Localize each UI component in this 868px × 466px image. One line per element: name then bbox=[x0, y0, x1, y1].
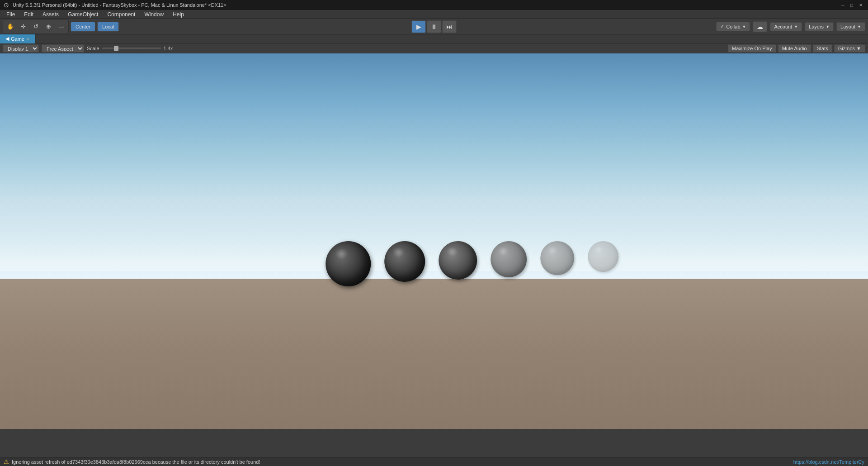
mute-audio-button[interactable]: Mute Audio bbox=[778, 44, 811, 52]
status-bar: ⚠ Ignoring asset refresh of ed7343f30e38… bbox=[0, 457, 868, 466]
scale-tool-button[interactable]: ⊕ bbox=[42, 21, 54, 33]
menu-bar: File Edit Assets GameObject Component Wi… bbox=[0, 10, 868, 19]
sphere-2 bbox=[384, 241, 425, 282]
rotate-tool-button[interactable]: ↺ bbox=[30, 21, 42, 33]
sphere-5 bbox=[540, 241, 574, 275]
cloud-button[interactable]: ☁ bbox=[753, 21, 767, 32]
collab-dropdown-arrow: ▼ bbox=[742, 24, 746, 29]
window-title: Unity 5.5.3f1 Personal (64bit) - Untitle… bbox=[13, 2, 835, 8]
toolbar: ✋ ✛ ↺ ⊕ ▭ Center Local ▶ ⏸ ⏭ ✓ Collab ▼ … bbox=[0, 19, 868, 34]
collab-button[interactable]: ✓ Collab ▼ bbox=[716, 22, 750, 31]
sphere-3 bbox=[439, 241, 477, 280]
tab-game-close[interactable]: ✕ bbox=[26, 37, 30, 41]
center-button[interactable]: Center bbox=[71, 22, 95, 31]
status-url[interactable]: https://blog.csdn.net/TemplterCy bbox=[793, 459, 864, 465]
menu-file[interactable]: File bbox=[2, 10, 19, 19]
aspect-select[interactable]: Free Aspect bbox=[42, 44, 84, 52]
tab-game-icon: ◀ bbox=[5, 36, 9, 42]
layout-dropdown-arrow: ▼ bbox=[857, 24, 861, 29]
menu-window[interactable]: Window bbox=[140, 10, 168, 19]
maximize-on-play-button[interactable]: Maximize On Play bbox=[728, 44, 776, 52]
right-toolbar: ✓ Collab ▼ ☁ Account ▼ Layers ▼ Layout ▼ bbox=[716, 21, 865, 32]
layout-button[interactable]: Layout ▼ bbox=[836, 22, 865, 31]
layout-label: Layout bbox=[840, 24, 855, 29]
scale-label: Scale bbox=[87, 46, 99, 51]
close-button[interactable]: ✕ bbox=[857, 1, 864, 9]
sphere-1 bbox=[326, 241, 371, 286]
stats-button[interactable]: Stats bbox=[813, 44, 832, 52]
warning-icon: ⚠ bbox=[4, 458, 9, 465]
layers-dropdown-arrow: ▼ bbox=[826, 24, 830, 29]
gizmos-button[interactable]: Gizmos ▼ bbox=[834, 44, 865, 52]
layers-button[interactable]: Layers ▼ bbox=[805, 22, 834, 31]
move-tool-button[interactable]: ✛ bbox=[17, 21, 29, 33]
display-select[interactable]: Display 1 bbox=[3, 44, 39, 52]
collab-label: Collab bbox=[726, 24, 740, 29]
scale-slider[interactable] bbox=[102, 48, 161, 49]
menu-edit[interactable]: Edit bbox=[19, 10, 38, 19]
sphere-6 bbox=[588, 241, 618, 272]
sphere-container bbox=[326, 241, 618, 286]
rect-tool-button[interactable]: ▭ bbox=[55, 21, 67, 33]
step-button[interactable]: ⏭ bbox=[442, 20, 457, 33]
account-label: Account bbox=[774, 24, 792, 29]
collab-icon: ✓ bbox=[720, 24, 724, 29]
pause-button[interactable]: ⏸ bbox=[427, 20, 441, 33]
tabs-bar: ◀ Game ✕ bbox=[0, 34, 868, 43]
transform-tools: ✋ ✛ ↺ ⊕ ▭ bbox=[3, 19, 69, 34]
game-toolbar: Display 1 Free Aspect Scale 1.4x Maximiz… bbox=[0, 43, 868, 53]
play-controls: ▶ ⏸ ⏭ bbox=[411, 20, 457, 33]
title-bar: ⊙ Unity 5.5.3f1 Personal (64bit) - Untit… bbox=[0, 0, 868, 10]
unity-logo-icon: ⊙ bbox=[4, 1, 9, 9]
layers-label: Layers bbox=[809, 24, 824, 29]
local-button[interactable]: Local bbox=[98, 22, 118, 31]
pivot-group: Center bbox=[71, 22, 95, 32]
tab-game-label: Game bbox=[11, 36, 24, 42]
hand-tool-button[interactable]: ✋ bbox=[5, 21, 16, 33]
game-right-buttons: Maximize On Play Mute Audio Stats Gizmos… bbox=[728, 44, 865, 52]
menu-assets[interactable]: Assets bbox=[38, 10, 63, 19]
play-button[interactable]: ▶ bbox=[411, 20, 426, 33]
scale-thumb bbox=[114, 46, 118, 51]
menu-help[interactable]: Help bbox=[168, 10, 189, 19]
game-viewport bbox=[0, 53, 868, 429]
tab-game[interactable]: ◀ Game ✕ bbox=[0, 34, 36, 43]
ground-plane bbox=[0, 279, 868, 429]
account-dropdown-arrow: ▼ bbox=[794, 24, 798, 29]
cloud-icon: ☁ bbox=[757, 23, 763, 30]
window-controls: ─ □ ✕ bbox=[839, 1, 864, 9]
sphere-4 bbox=[491, 241, 527, 277]
status-message: Ignoring asset refresh of ed7343f30e3843… bbox=[12, 459, 260, 465]
minimize-button[interactable]: ─ bbox=[839, 1, 846, 9]
menu-gameobject[interactable]: GameObject bbox=[63, 10, 103, 19]
scale-value: 1.4x bbox=[164, 46, 173, 51]
rotation-group: Local bbox=[97, 22, 119, 32]
menu-component[interactable]: Component bbox=[103, 10, 140, 19]
maximize-button[interactable]: □ bbox=[848, 1, 855, 9]
account-button[interactable]: Account ▼ bbox=[770, 22, 802, 31]
